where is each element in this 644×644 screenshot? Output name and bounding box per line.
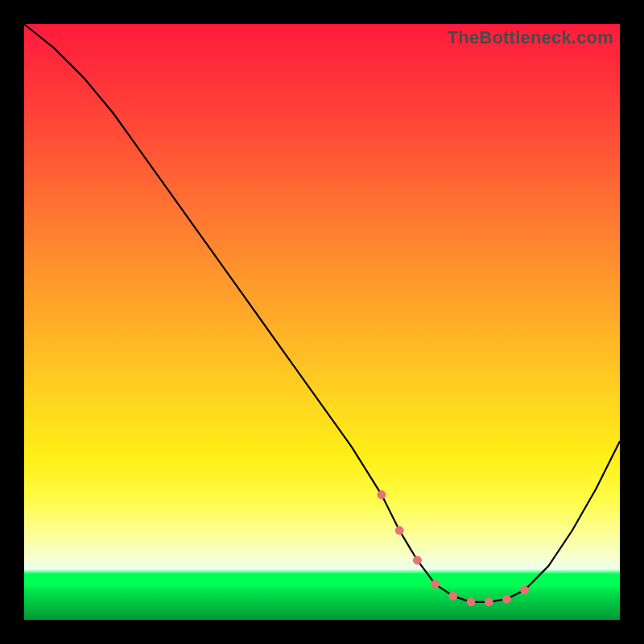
- marker-point: [449, 592, 457, 600]
- plot-area: TheBottleneck.com: [24, 24, 620, 620]
- marker-point: [395, 526, 403, 535]
- marker-point: [413, 556, 421, 564]
- marker-point: [378, 491, 386, 499]
- chart-svg: [24, 24, 620, 620]
- marker-point: [467, 598, 475, 606]
- bottleneck-curve: [24, 24, 620, 602]
- marker-point: [521, 586, 529, 594]
- marker-point: [485, 598, 493, 606]
- marker-point: [502, 595, 510, 603]
- chart-frame: TheBottleneck.com: [24, 24, 620, 620]
- marker-point: [431, 580, 440, 588]
- highlight-markers: [378, 491, 529, 606]
